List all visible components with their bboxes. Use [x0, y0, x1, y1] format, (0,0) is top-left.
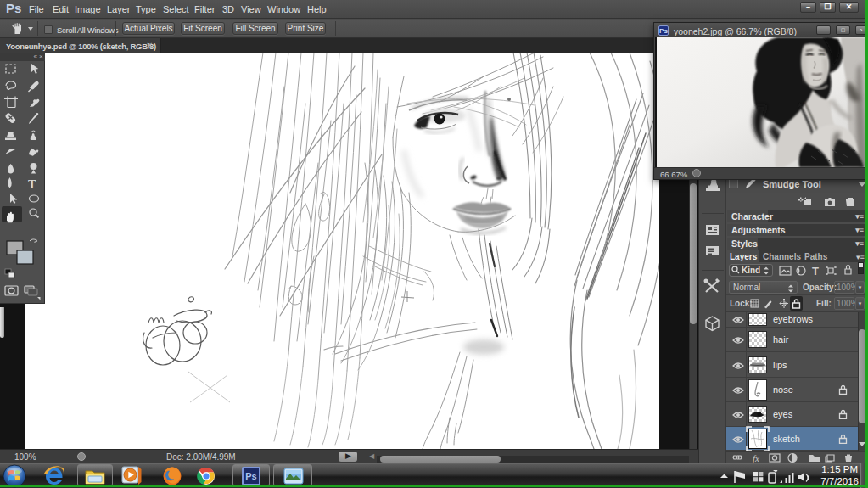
svg-text:fx: fx: [753, 453, 759, 463]
svg-text:T: T: [812, 265, 819, 278]
svg-text:T: T: [28, 178, 36, 191]
